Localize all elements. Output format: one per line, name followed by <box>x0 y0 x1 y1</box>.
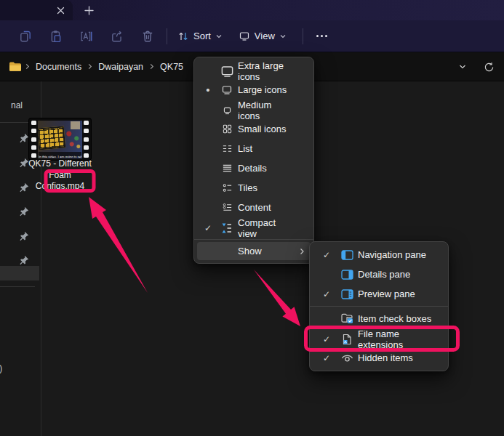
menu-item-large-icons[interactable]: • Large icons <box>197 80 311 100</box>
title-bar <box>0 0 504 20</box>
thumbnail-image: In this video, I am going to rebuild my <box>38 121 82 158</box>
pin-icon[interactable] <box>19 133 29 143</box>
sort-label: Sort <box>193 31 211 41</box>
file-extension-line: Configs.mp4 <box>18 181 102 193</box>
video-thumbnail: In this video, I am going to rebuild my <box>29 118 91 160</box>
check-icon: ✓ <box>317 250 336 260</box>
submenu-item-preview-pane[interactable]: ✓ Preview pane <box>313 284 445 304</box>
menu-item-show[interactable]: Show <box>197 242 311 260</box>
close-icon <box>57 7 65 15</box>
extra-large-icons-icon <box>216 65 238 78</box>
submenu-item-file-name-extensions[interactable]: ✓ File name extensions <box>313 328 445 348</box>
menu-item-content[interactable]: Content <box>197 198 311 217</box>
check-icon: ✓ <box>317 334 336 344</box>
menu-item-list[interactable]: List <box>197 139 311 158</box>
nav-separator <box>0 286 35 287</box>
preview-pane-icon <box>336 289 358 299</box>
keyboard-image <box>38 126 65 150</box>
breadcrumb-separator-icon <box>24 63 31 70</box>
item-check-boxes-icon <box>336 313 358 324</box>
more-icon <box>316 35 319 37</box>
rename-button[interactable] <box>76 26 97 47</box>
compact-view-icon <box>216 222 238 234</box>
toolbar-separator <box>167 28 167 44</box>
check-icon: ✓ <box>317 289 336 299</box>
tab-close-button[interactable] <box>54 4 68 17</box>
delete-button[interactable] <box>137 26 158 47</box>
address-dropdown-button[interactable] <box>455 59 471 75</box>
view-label: View <box>255 31 275 41</box>
menu-item-details[interactable]: Details <box>197 158 311 178</box>
share-icon <box>111 30 124 43</box>
menu-item-extra-large-icons[interactable]: Extra large icons <box>197 60 311 80</box>
trash-icon <box>141 30 154 43</box>
breadcrumb-separator-icon <box>87 63 93 70</box>
refresh-icon <box>484 62 495 73</box>
medium-icons-icon <box>216 106 238 116</box>
plus-icon <box>84 6 94 15</box>
breadcrumb-documents[interactable]: Documents <box>33 60 84 74</box>
command-toolbar: Sort View <box>0 20 504 52</box>
view-icon <box>239 31 250 42</box>
view-dropdown-button[interactable]: View <box>233 25 292 47</box>
chevron-down-icon <box>458 62 467 71</box>
menu-item-small-icons[interactable]: Small icons <box>197 119 311 139</box>
nav-selected-item[interactable] <box>0 266 39 280</box>
menu-separator <box>310 306 448 307</box>
submenu-item-hidden-items[interactable]: ✓ Hidden items <box>313 348 445 368</box>
filmstrip-holes <box>31 121 36 158</box>
paste-icon <box>49 30 63 43</box>
paste-button[interactable] <box>46 26 66 47</box>
explorer-tab[interactable] <box>0 0 73 20</box>
video-caption: In this video, I am going to rebuild my <box>39 152 81 158</box>
check-icon: ✓ <box>317 353 336 363</box>
menu-item-tiles[interactable]: Tiles <box>197 178 311 198</box>
tiles-icon <box>216 182 238 193</box>
file-name-label[interactable]: QK75 - Different Foam Configs.mp4 <box>18 158 102 193</box>
check-icon: ✓ <box>200 223 216 233</box>
menu-item-medium-icons[interactable]: Medium icons <box>197 100 311 119</box>
new-tab-button[interactable] <box>81 3 97 18</box>
toolbar-separator <box>303 28 303 44</box>
refresh-button[interactable] <box>481 59 497 75</box>
pin-icon[interactable] <box>19 231 29 241</box>
nav-label-partial: :) <box>0 363 2 374</box>
menu-separator <box>194 239 313 240</box>
folder-icon <box>9 61 22 72</box>
breadcrumb-qk75[interactable]: QK75 <box>157 60 186 74</box>
submenu-item-item-check-boxes[interactable]: Item check boxes <box>313 309 445 328</box>
rename-icon <box>80 30 93 43</box>
navigation-pane-icon <box>336 250 358 260</box>
pin-icon[interactable] <box>19 255 29 265</box>
view-menu: Extra large icons • Large icons Medium i… <box>193 57 314 264</box>
large-icons-icon <box>216 84 238 96</box>
details-icon <box>216 163 238 174</box>
show-submenu: ✓ Navigation pane Details pane ✓ Preview… <box>309 241 449 371</box>
copy-icon <box>19 30 32 43</box>
file-explorer-window: { "colors": { "accent_blue": "#42a5f0", … <box>0 0 504 436</box>
submenu-chevron-right-icon <box>296 248 308 255</box>
chevron-down-icon <box>215 33 223 40</box>
file-name-extensions-icon <box>336 334 358 345</box>
content-icon <box>216 202 238 213</box>
pin-icon[interactable] <box>19 206 29 217</box>
menu-item-compact-view[interactable]: ✓ Compact view <box>197 217 311 237</box>
copy-button[interactable] <box>15 26 36 47</box>
see-more-button[interactable] <box>309 25 335 47</box>
sort-dropdown-button[interactable]: Sort <box>172 25 228 47</box>
hidden-items-icon <box>336 353 358 363</box>
selected-bullet: • <box>200 86 216 94</box>
submenu-item-navigation-pane[interactable]: ✓ Navigation pane <box>313 245 445 265</box>
filmstrip-holes <box>84 121 89 158</box>
nav-label-partial: nal <box>11 100 23 110</box>
chevron-down-icon <box>279 33 287 40</box>
details-pane-icon <box>336 270 358 280</box>
share-button[interactable] <box>107 26 127 47</box>
list-icon <box>216 143 238 154</box>
sort-icon <box>177 31 189 42</box>
breadcrumb-separator-icon <box>148 63 155 70</box>
small-icons-icon <box>216 124 238 134</box>
breadcrumb-dwaipayan[interactable]: Dwaipayan <box>95 60 146 74</box>
submenu-item-details-pane[interactable]: Details pane <box>313 265 445 284</box>
